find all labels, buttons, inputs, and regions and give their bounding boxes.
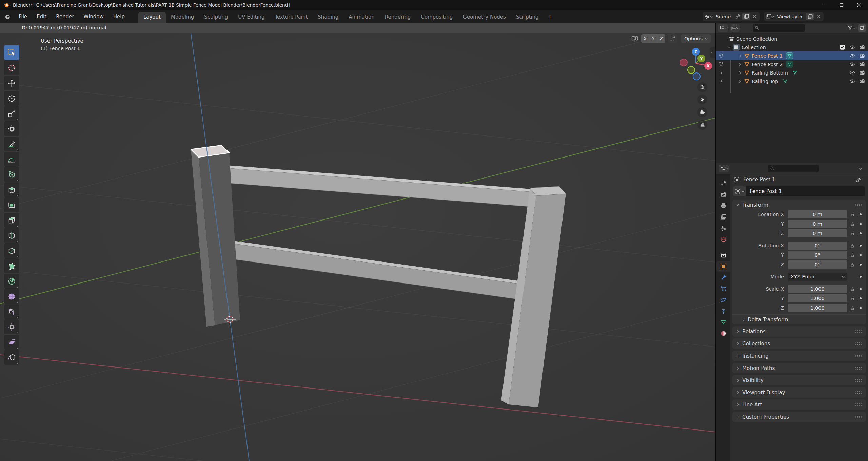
mesh-data-icon[interactable] <box>782 78 789 85</box>
tool-select-box-button[interactable] <box>4 45 19 60</box>
tool-bevel-button[interactable] <box>4 213 19 228</box>
tab-sculpting[interactable]: Sculpting <box>199 12 233 23</box>
panel-line-art[interactable]: Line Art <box>732 399 866 410</box>
panel-grip-handle[interactable] <box>855 355 862 357</box>
tool-rotate-button[interactable] <box>4 91 19 106</box>
zoom-button[interactable] <box>697 82 707 92</box>
tab-object-data[interactable] <box>716 317 730 328</box>
tool-shrink-fatten-button[interactable] <box>4 319 19 334</box>
3d-viewport[interactable]: D: 0.01947 m (0.01947 m) normal <box>0 23 715 461</box>
outliner-row-fence-post-2[interactable]: Fence Post 2 <box>716 60 868 68</box>
gizmo-x-negative[interactable] <box>680 59 688 66</box>
animate-dot[interactable] <box>857 213 864 215</box>
hide-eye-toggle[interactable] <box>849 69 855 76</box>
tab-physics[interactable] <box>716 295 730 305</box>
panel-collections[interactable]: Collections <box>732 338 866 349</box>
axis-y-button[interactable]: Y <box>649 34 657 43</box>
tool-spin-button[interactable] <box>4 274 19 289</box>
scale-y-field[interactable]: 1.000 <box>788 294 847 302</box>
tab-geometry-nodes[interactable]: Geometry Nodes <box>458 12 511 23</box>
expand-chevron-icon[interactable] <box>738 80 741 82</box>
viewlayer-icon[interactable] <box>765 13 772 20</box>
panel-relations[interactable]: Relations <box>732 326 866 337</box>
3d-scene-canvas[interactable] <box>0 33 715 461</box>
lock-icon[interactable] <box>847 231 857 236</box>
rotation-y-field[interactable]: 0° <box>788 251 847 259</box>
lock-icon[interactable] <box>847 243 857 248</box>
object-id-dropdown[interactable] <box>733 186 746 196</box>
mirror-symmetry-icon[interactable] <box>630 34 639 43</box>
animate-dot[interactable] <box>857 264 864 266</box>
navigation-gizmo[interactable]: Z Y X <box>675 44 715 82</box>
tool-rip-region-button[interactable] <box>4 350 19 365</box>
location-y-field[interactable]: 0 m <box>788 220 847 228</box>
panel-motion-paths[interactable]: Motion Paths <box>732 363 866 373</box>
unlink-scene-button[interactable] <box>750 13 758 20</box>
tab-modeling[interactable]: Modeling <box>166 12 199 23</box>
hide-eye-toggle[interactable] <box>849 78 855 84</box>
outliner-row-railing-top[interactable]: Railing Top <box>716 77 868 85</box>
toggle-ortho-button[interactable] <box>697 120 707 130</box>
tool-annotate-button[interactable] <box>4 137 19 151</box>
tab-texture-paint[interactable]: Texture Paint <box>270 12 313 23</box>
mesh-data-icon[interactable] <box>786 61 793 68</box>
tool-extrude-region-button[interactable] <box>4 182 19 197</box>
panel-viewport-display[interactable]: Viewport Display <box>732 387 866 398</box>
panel-visibility[interactable]: Visibility <box>732 375 866 385</box>
sidebar-collapse-arrow[interactable] <box>710 47 715 58</box>
rotation-x-field[interactable]: 0° <box>788 242 847 250</box>
panel-grip-handle[interactable] <box>855 416 862 418</box>
outliner-row-collection[interactable]: Collection <box>716 43 868 51</box>
animate-dot[interactable] <box>857 223 864 225</box>
lock-icon[interactable] <box>847 287 857 292</box>
tool-edge-slide-button[interactable] <box>4 304 19 319</box>
camera-view-button[interactable] <box>697 107 707 117</box>
tab-world[interactable] <box>716 234 730 245</box>
lock-icon[interactable] <box>847 253 857 258</box>
expand-chevron-icon[interactable] <box>728 45 731 48</box>
tool-shear-button[interactable] <box>4 335 19 350</box>
maximize-button[interactable] <box>833 0 850 10</box>
gizmo-z-axis[interactable]: Z <box>692 48 700 56</box>
options-dropdown[interactable]: Options <box>681 34 711 43</box>
tool-scale-button[interactable] <box>4 106 19 121</box>
expand-chevron-icon[interactable] <box>738 71 741 74</box>
outliner-filter-id-dropdown[interactable] <box>730 24 740 32</box>
animate-dot[interactable] <box>857 297 864 299</box>
menu-file[interactable]: File <box>14 14 32 20</box>
panel-grip-handle[interactable] <box>855 204 862 206</box>
minimize-button[interactable] <box>815 0 833 10</box>
animate-dot[interactable] <box>857 254 864 256</box>
tool-knife-button[interactable] <box>4 243 19 258</box>
tab-rendering[interactable]: Rendering <box>380 12 416 23</box>
tab-constraints[interactable] <box>716 306 730 316</box>
outliner-search-input[interactable] <box>753 24 805 32</box>
outliner-row-scene-collection[interactable]: Scene Collection <box>716 35 868 43</box>
tab-shading[interactable]: Shading <box>313 12 343 23</box>
axis-z-button[interactable]: Z <box>657 34 665 43</box>
panel-custom-properties[interactable]: Custom Properties <box>732 412 866 422</box>
tool-transform-button[interactable] <box>4 121 19 136</box>
tab-particles[interactable] <box>716 284 730 294</box>
menu-help[interactable]: Help <box>108 14 130 20</box>
outliner-filter-dropdown[interactable] <box>846 24 856 32</box>
panel-grip-handle[interactable] <box>855 330 862 333</box>
outliner-row-railing-bottom[interactable]: Railing Bottom <box>716 68 868 77</box>
properties-editor-type-dropdown[interactable] <box>719 165 729 172</box>
exclude-checkbox[interactable] <box>839 44 846 50</box>
tool-move-button[interactable] <box>4 76 19 90</box>
animate-dot[interactable] <box>857 245 864 247</box>
animate-dot[interactable] <box>857 276 864 278</box>
new-scene-button[interactable] <box>742 13 750 20</box>
location-x-field[interactable]: 0 m <box>788 210 847 218</box>
panel-grip-handle[interactable] <box>855 403 862 406</box>
tab-scripting[interactable]: Scripting <box>511 12 544 23</box>
disable-render-toggle[interactable] <box>859 53 865 59</box>
new-collection-button[interactable] <box>858 24 866 32</box>
gizmo-y-axis[interactable]: Y <box>697 55 705 62</box>
pin-icon[interactable] <box>855 176 862 183</box>
hide-eye-toggle[interactable] <box>849 53 855 59</box>
pin-icon[interactable] <box>734 13 742 20</box>
menu-window[interactable]: Window <box>79 14 108 20</box>
animate-dot[interactable] <box>857 288 864 290</box>
